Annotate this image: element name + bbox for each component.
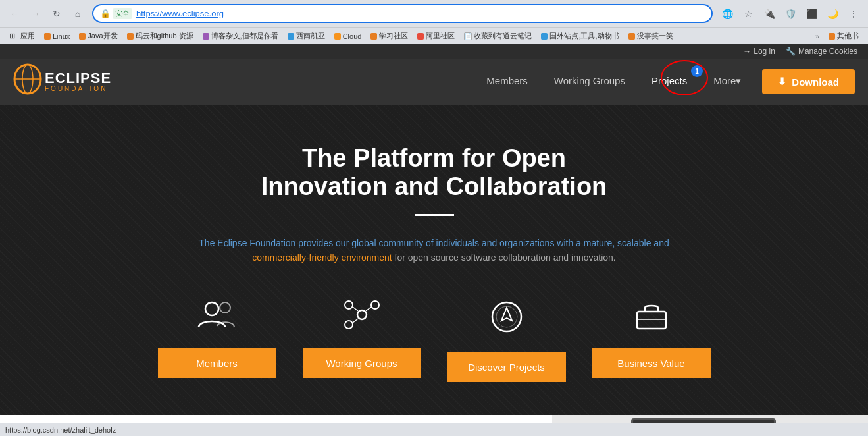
logo-eclipse-text: ECLIPSE xyxy=(45,71,111,86)
svg-point-8 xyxy=(345,321,353,329)
discover-projects-button[interactable]: Discover Projects xyxy=(447,352,566,382)
bookmark-learning-label: 学习社区 xyxy=(379,31,408,41)
login-icon: → xyxy=(743,47,751,56)
bookmark-linux-label: Linux xyxy=(53,32,70,40)
bookmark-github[interactable]: 码云和github 资源 xyxy=(123,30,197,42)
hero-title-line1: The Platform for Open xyxy=(13,144,855,173)
working-groups-icon xyxy=(342,298,382,335)
bookmark-apps[interactable]: ⊞ 应用 xyxy=(5,30,39,42)
status-bar: https://blog.csdn.net/zhaliit_deholz xyxy=(0,423,868,436)
utility-bar: → Log in 🔧 Manage Cookies xyxy=(0,44,868,59)
more-nav-link[interactable]: More▾ xyxy=(703,59,752,105)
bookmark-youdao[interactable]: 📄 收藏到有道云笔记 xyxy=(460,30,536,42)
security-label: 安全 xyxy=(113,8,132,19)
website-content: → Log in 🔧 Manage Cookies ECLIPSE FOUNDA… xyxy=(0,44,868,436)
svg-rect-15 xyxy=(637,312,666,329)
download-label: Download xyxy=(792,76,839,88)
members-button[interactable]: Members xyxy=(158,348,276,378)
hero-title-line2: Innovation and Collaboration xyxy=(13,173,855,201)
reload-button[interactable]: ↻ xyxy=(47,5,66,23)
chrome-ext-2[interactable]: ⬛ xyxy=(802,5,821,23)
bookmark-folder-icon xyxy=(79,33,86,40)
bookmark-xinan[interactable]: 西南凯亚 xyxy=(284,30,329,42)
bookmarks-more-button[interactable]: » xyxy=(811,31,823,41)
projects-nav-link[interactable]: Projects xyxy=(641,59,698,105)
svg-point-4 xyxy=(220,302,230,313)
feature-members: Members xyxy=(145,298,290,382)
bookmark-linux[interactable]: Linux xyxy=(40,31,74,41)
bookmark-blog-label: 博客杂文,但都是你看 xyxy=(211,31,278,41)
main-navbar: ECLIPSE FOUNDATION Members Working Group… xyxy=(0,59,868,105)
bookmark-blog[interactable]: 博客杂文,但都是你看 xyxy=(199,30,282,42)
login-link[interactable]: → Log in xyxy=(743,47,775,56)
bookmark-folder-icon xyxy=(628,33,635,40)
feature-discover-projects: Discover Projects xyxy=(434,298,579,382)
svg-point-3 xyxy=(205,302,218,315)
logo[interactable]: ECLIPSE FOUNDATION xyxy=(13,63,111,101)
eclipse-logo-icon xyxy=(13,63,42,101)
bookmark-aliyun-label: 阿里社区 xyxy=(426,31,455,41)
bookmark-fun[interactable]: 没事笑一笑 xyxy=(625,30,677,42)
bookmark-folder-icon xyxy=(417,33,424,40)
hero-section: The Platform for Open Innovation and Col… xyxy=(0,105,868,415)
manage-cookies-link[interactable]: 🔧 Manage Cookies xyxy=(786,47,857,56)
nav-buttons: ← → ↻ ⌂ xyxy=(5,5,87,23)
bookmark-folder-icon xyxy=(127,33,134,40)
hero-title: The Platform for Open Innovation and Col… xyxy=(13,144,855,201)
login-label: Log in xyxy=(753,47,775,56)
bookmark-xinan-label: 西南凯亚 xyxy=(296,31,325,41)
bookmark-cloud-label: Cloud xyxy=(343,32,362,40)
bookmark-folder-icon xyxy=(370,33,377,40)
chrome-ext-1[interactable]: 🛡️ xyxy=(781,5,800,23)
apps-icon: ⊞ xyxy=(9,32,18,41)
chrome-menu[interactable]: ⋮ xyxy=(844,5,863,23)
bookmark-java-label: Java开发 xyxy=(88,31,117,41)
bookmark-github-label: 码云和github 资源 xyxy=(136,31,193,41)
translate-button[interactable]: 🌐 xyxy=(718,5,736,23)
bookmark-learning[interactable]: 学习社区 xyxy=(367,30,412,42)
features-row: Members Working Groups xyxy=(13,298,855,382)
working-groups-nav-link[interactable]: Working Groups xyxy=(544,59,636,105)
download-button[interactable]: ⬇ Download xyxy=(762,69,855,94)
wrench-icon: 🔧 xyxy=(786,47,796,56)
svg-point-7 xyxy=(371,301,379,309)
bookmark-page-icon: 📄 xyxy=(464,32,472,40)
extension-button[interactable]: 🔌 xyxy=(760,5,779,23)
address-bar[interactable]: 🔒 安全 https://www.eclipse.org xyxy=(92,4,713,23)
download-icon: ⬇ xyxy=(778,76,786,88)
feature-working-groups: Working Groups xyxy=(290,298,434,382)
subtitle-regular: for open source software collaboration a… xyxy=(392,252,616,263)
security-indicator: 🔒 安全 xyxy=(100,8,132,19)
svg-point-13 xyxy=(496,306,517,327)
bookmark-fun-label: 没事笑一笑 xyxy=(637,31,673,41)
nav-links: Members Working Groups Projects 1 More▾ xyxy=(476,59,752,105)
back-button[interactable]: ← xyxy=(5,5,24,23)
bookmark-java[interactable]: Java开发 xyxy=(75,30,121,42)
notification-badge: 1 xyxy=(691,65,703,77)
svg-point-5 xyxy=(357,310,367,319)
members-nav-link[interactable]: Members xyxy=(476,59,538,105)
bookmark-other[interactable]: 其他书 xyxy=(825,30,863,42)
bookmark-foreign[interactable]: 国外站点,工具,动物书 xyxy=(537,30,623,42)
bookmarks-bar: ⊞ 应用 Linux Java开发 码云和github 资源 博客杂文,但都是你… xyxy=(0,27,868,44)
members-icon xyxy=(197,298,237,335)
forward-button[interactable]: → xyxy=(26,5,45,23)
business-value-button[interactable]: Business Value xyxy=(592,348,711,378)
bookmark-foreign-label: 国外站点,工具,动物书 xyxy=(549,31,619,41)
subtitle-highlight-orange: commercially-friendly environment xyxy=(252,252,392,263)
home-button[interactable]: ⌂ xyxy=(68,5,87,23)
url-text[interactable]: https://www.eclipse.org xyxy=(136,9,705,18)
bookmark-folder-icon xyxy=(334,33,341,40)
bookmark-cloud[interactable]: Cloud xyxy=(330,31,366,41)
chrome-ext-3[interactable]: 🌙 xyxy=(823,5,842,23)
logo-text: ECLIPSE FOUNDATION xyxy=(45,71,111,92)
bookmark-aliyun[interactable]: 阿里社区 xyxy=(413,30,459,42)
bookmark-folder-icon xyxy=(541,33,548,40)
business-value-icon xyxy=(632,298,671,335)
logo-foundation-text: FOUNDATION xyxy=(45,86,111,92)
projects-nav-container: Projects 1 xyxy=(641,59,698,105)
discover-projects-icon xyxy=(487,298,526,339)
browser-titlebar: ← → ↻ ⌂ 🔒 安全 https://www.eclipse.org 🌐 ☆… xyxy=(0,0,868,27)
bookmark-button[interactable]: ☆ xyxy=(739,5,757,23)
working-groups-button[interactable]: Working Groups xyxy=(303,348,421,378)
